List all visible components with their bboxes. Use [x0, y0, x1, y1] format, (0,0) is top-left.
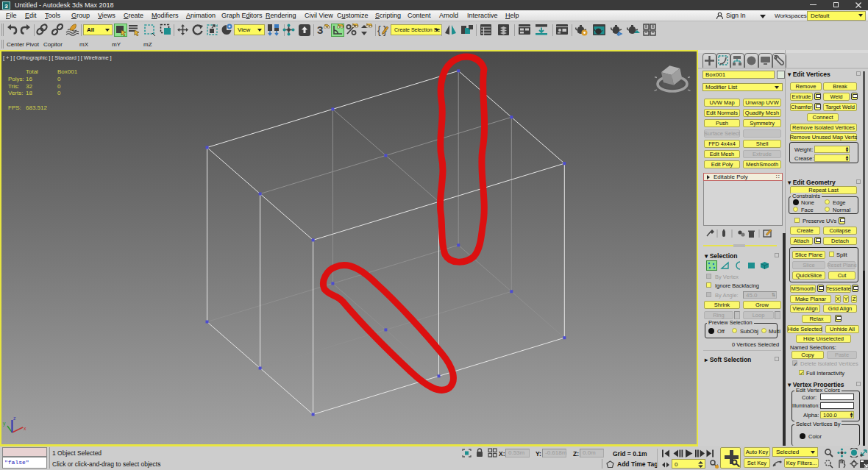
svg-text:3: 3 — [317, 24, 323, 36]
svg-text:y: y — [3, 421, 6, 427]
svg-text:{: { — [377, 24, 381, 36]
svg-text:z: z — [13, 416, 16, 421]
svg-text:x: x — [24, 426, 26, 431]
